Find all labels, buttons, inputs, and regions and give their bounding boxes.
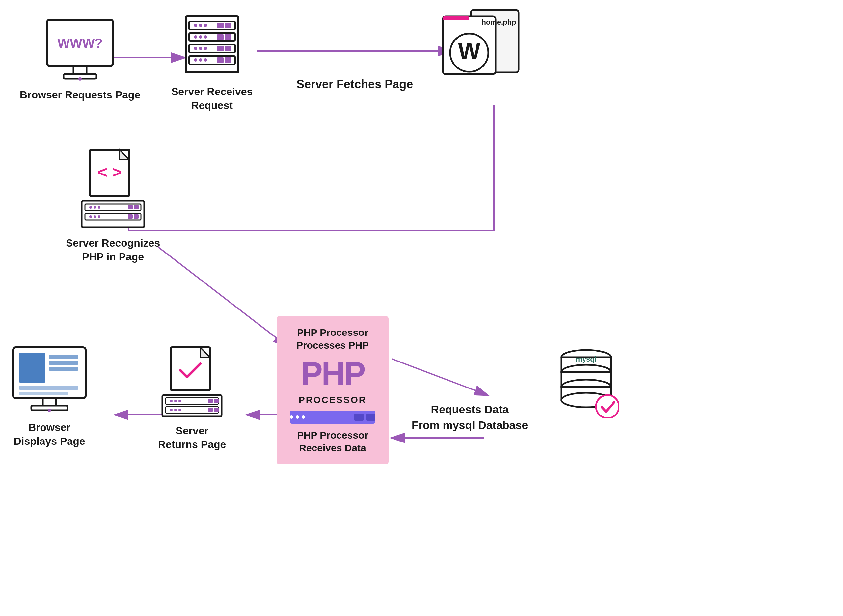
svg-rect-87	[19, 353, 45, 383]
svg-point-57	[94, 215, 96, 218]
processor-text: PROCESSOR	[299, 395, 367, 405]
svg-point-95	[48, 409, 51, 412]
svg-point-69	[596, 395, 619, 418]
svg-rect-91	[19, 386, 78, 390]
svg-point-28	[194, 47, 197, 50]
server-recognizes-node: < > Server RecognizesPHP in Page	[66, 148, 160, 264]
wordpress-file-icon: home.php W	[441, 7, 523, 79]
mysql-request-label: Requests DataFrom mysql Database	[412, 402, 528, 433]
svg-point-34	[194, 58, 197, 62]
svg-rect-11	[73, 66, 86, 74]
svg-rect-32	[224, 46, 231, 51]
svg-rect-90	[49, 367, 78, 371]
browser-displays-label: BrowserDisplays Page	[14, 421, 85, 448]
svg-line-3	[158, 247, 286, 346]
svg-rect-78	[214, 399, 218, 403]
monitor-icon: WWW?	[44, 16, 116, 82]
svg-text:home.php: home.php	[481, 18, 516, 26]
svg-rect-19	[217, 23, 224, 28]
svg-point-80	[170, 409, 173, 411]
php-text: PHP	[301, 357, 365, 390]
server-recognizes-label: Server RecognizesPHP in Page	[66, 236, 160, 264]
svg-rect-60	[134, 214, 139, 219]
svg-point-81	[174, 409, 177, 411]
svg-point-52	[98, 206, 100, 209]
svg-rect-37	[217, 57, 224, 63]
svg-text:< >: < >	[98, 163, 122, 182]
svg-rect-88	[49, 355, 78, 359]
mysql-icon: mysql	[553, 342, 619, 418]
php-processor-box: PHP ProcessorProcesses PHP PHP PROCESSOR…	[277, 316, 389, 464]
svg-point-17	[199, 24, 202, 27]
svg-point-75	[174, 400, 177, 402]
svg-text:mysql: mysql	[576, 355, 597, 363]
svg-point-30	[204, 47, 207, 50]
browser-request-label: Browser Requests Page	[20, 88, 140, 102]
server-receives-icon	[176, 13, 248, 79]
server-recognizes-icon: < >	[77, 148, 149, 230]
svg-rect-77	[208, 399, 213, 403]
svg-rect-59	[128, 214, 133, 219]
server-returns-node: ServerReturns Page	[158, 346, 226, 452]
svg-rect-93	[43, 398, 56, 406]
browser-displays-node: BrowserDisplays Page	[10, 346, 89, 448]
server-fetches-label: Server Fetches Page	[296, 77, 413, 91]
svg-point-82	[179, 409, 181, 411]
svg-point-24	[204, 35, 207, 38]
svg-point-76	[179, 400, 181, 402]
svg-point-58	[98, 215, 100, 218]
svg-rect-31	[217, 46, 224, 51]
svg-point-56	[89, 215, 92, 218]
svg-point-18	[204, 24, 207, 27]
svg-rect-54	[134, 205, 139, 210]
svg-text:WWW?: WWW?	[57, 36, 103, 50]
svg-rect-89	[49, 361, 78, 365]
browser-request-node: WWW? Browser Requests Page	[20, 16, 140, 102]
svg-rect-25	[217, 34, 224, 40]
mysql-node: mysql	[553, 342, 619, 418]
svg-rect-53	[128, 205, 133, 210]
svg-line-4	[392, 359, 487, 395]
svg-text:W: W	[458, 38, 481, 64]
server-returns-label: ServerReturns Page	[158, 424, 226, 452]
php-processor-top-label: PHP ProcessorProcesses PHP	[296, 326, 369, 352]
server-returns-icon	[159, 346, 225, 418]
svg-point-74	[170, 400, 173, 402]
svg-point-50	[89, 206, 92, 209]
svg-point-23	[199, 35, 202, 38]
svg-point-29	[199, 47, 202, 50]
svg-point-13	[78, 77, 82, 81]
svg-point-35	[199, 58, 202, 62]
wordpress-node: home.php W	[441, 7, 523, 79]
svg-point-36	[204, 58, 207, 62]
svg-rect-38	[224, 57, 231, 63]
server-receives-label: Server ReceivesRequest	[171, 85, 252, 112]
browser-displays-icon	[10, 346, 89, 415]
svg-point-16	[194, 24, 197, 27]
svg-rect-83	[208, 408, 213, 412]
svg-rect-26	[224, 34, 231, 40]
server-receives-node: Server ReceivesRequest	[171, 13, 252, 112]
svg-point-22	[194, 35, 197, 38]
svg-rect-41	[443, 16, 469, 21]
svg-point-51	[94, 206, 96, 209]
svg-rect-84	[214, 408, 218, 412]
svg-rect-20	[224, 23, 231, 28]
svg-rect-92	[19, 392, 69, 395]
php-processor-bottom-label: PHP ProcessorReceives Data	[297, 429, 368, 454]
